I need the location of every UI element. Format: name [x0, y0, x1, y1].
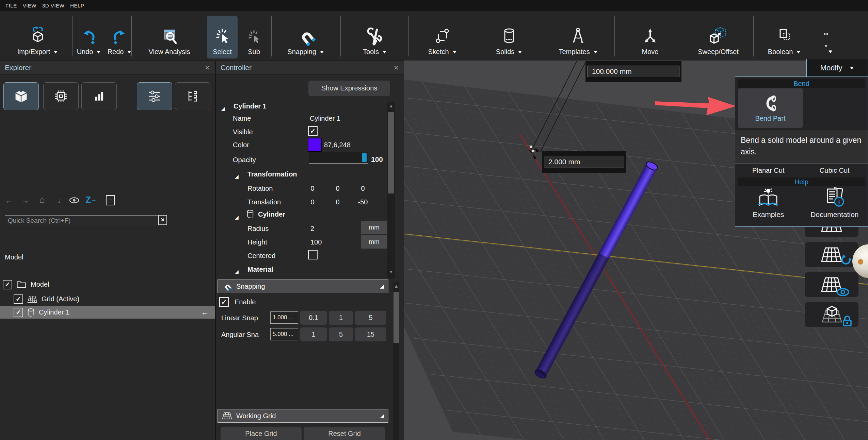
dropdown-caret-icon[interactable]: ▼: [451, 49, 457, 54]
radius-dimension-value[interactable]: 2.000 mm: [544, 156, 624, 168]
explorer-view-hierarchy[interactable]: [175, 82, 210, 110]
height-dimension-value[interactable]: 100.000 mm: [588, 66, 679, 77]
explorer-tab-analysis[interactable]: [81, 82, 117, 110]
explorer-tab-model[interactable]: [3, 82, 39, 110]
checkbox-checked[interactable]: ✓: [3, 280, 12, 289]
tree-row-cylinder-selected[interactable]: ✓ Cylinder 1 ←: [0, 306, 215, 319]
collapse-icon[interactable]: ◢: [380, 413, 384, 419]
bend-part-button[interactable]: Bend Part: [738, 88, 803, 128]
ribbon-solids-button[interactable]: Solids▼: [479, 13, 539, 58]
dropdown-caret-icon[interactable]: ▼: [592, 49, 598, 54]
scroll-down-icon[interactable]: ▼: [387, 269, 395, 274]
menu-3d-view[interactable]: 3D VIEW: [42, 3, 64, 9]
reset-grid-button[interactable]: Reset Grid: [304, 427, 385, 440]
scrollbar-thumb[interactable]: [393, 292, 399, 343]
angular-preset-15[interactable]: 15: [355, 327, 386, 341]
ribbon-move-button[interactable]: Move: [623, 13, 677, 58]
linear-preset-5[interactable]: 5: [355, 311, 386, 325]
snapping-enable-checkbox[interactable]: ✓: [219, 297, 229, 307]
zoom-to-icon[interactable]: Z→: [86, 194, 97, 205]
angular-preset-5[interactable]: 5: [329, 327, 353, 341]
checkbox-checked[interactable]: ✓: [14, 294, 23, 304]
nav-forward-icon[interactable]: →: [20, 195, 31, 205]
linear-preset-1[interactable]: 1: [329, 311, 353, 325]
centered-checkbox-unchecked[interactable]: [308, 250, 318, 259]
ribbon-templates-button[interactable]: Templates▼: [547, 13, 610, 58]
dropdown-caret-icon[interactable]: ▼: [319, 49, 325, 54]
close-icon[interactable]: ✕: [393, 64, 399, 72]
rotation-z[interactable]: 0: [352, 185, 374, 192]
ribbon-view-analysis-button[interactable]: View Analysis: [136, 13, 203, 58]
checkbox-checked[interactable]: ✓: [14, 308, 23, 317]
dropdown-caret-icon[interactable]: ▼: [126, 49, 132, 54]
menu-view[interactable]: VIEW: [23, 3, 36, 9]
nav-back-icon[interactable]: ←: [3, 195, 14, 205]
ribbon-sweep-offset-button[interactable]: Sweep/Offset: [687, 13, 750, 58]
snapping-section-header[interactable]: Snapping ◢: [218, 280, 388, 293]
visibility-eye-icon[interactable]: [69, 195, 80, 205]
expander-icon[interactable]: ◢: [235, 174, 239, 179]
dropdown-caret-icon[interactable]: ▼: [795, 49, 802, 54]
documentation-button[interactable]: i Documentation: [802, 187, 868, 219]
nav-down-icon[interactable]: ↓: [54, 195, 65, 205]
linear-snap-input[interactable]: 1.000 ...: [270, 311, 298, 324]
expander-icon[interactable]: ◢: [221, 106, 225, 111]
ribbon-imp-export-button[interactable]: Imp/Export▼: [6, 13, 69, 58]
planar-cut-button[interactable]: Planar Cut: [735, 167, 802, 174]
working-grid-section-header[interactable]: Working Grid ◢: [218, 409, 388, 423]
grid-visibility-button[interactable]: [805, 272, 858, 297]
modify-dropdown-button[interactable]: Modify ▼: [806, 59, 868, 77]
cylinder-model[interactable]: [534, 160, 659, 380]
ribbon-sub-button[interactable]: Sub: [239, 13, 269, 58]
cubic-cut-button[interactable]: Cubic Cut: [802, 167, 868, 174]
ribbon-boolean-button[interactable]: Boolean▼: [755, 13, 814, 58]
grid-lock-button[interactable]: [805, 302, 858, 327]
linear-preset-0.1[interactable]: 0.1: [300, 311, 327, 325]
translation-y[interactable]: 0: [327, 198, 349, 206]
collapse-icon[interactable]: ◢: [380, 283, 384, 289]
close-icon[interactable]: ✕: [205, 64, 210, 72]
clear-search-icon[interactable]: ✕: [158, 215, 167, 225]
expander-icon[interactable]: ◢: [235, 215, 239, 220]
translation-x[interactable]: 0: [302, 198, 323, 206]
grid-reset-view-button[interactable]: [805, 242, 858, 267]
height-value[interactable]: 100: [310, 238, 322, 246]
ribbon-snapping-button[interactable]: Snapping▼: [275, 13, 336, 58]
opacity-slider[interactable]: [309, 152, 368, 164]
ribbon-select-button[interactable]: Select: [207, 16, 238, 58]
visible-checkbox-checked[interactable]: ✓: [308, 126, 318, 136]
dropdown-caret-icon[interactable]: ▼: [96, 49, 102, 54]
translation-z[interactable]: -50: [352, 198, 374, 206]
radius-dimension-callout[interactable]: 2.000 mm: [542, 151, 626, 173]
scrollbar-thumb[interactable]: [388, 112, 394, 193]
ribbon-redo-button[interactable]: Redo▼: [103, 13, 136, 58]
radius-value[interactable]: 2: [310, 225, 314, 233]
examples-button[interactable]: Examples: [735, 187, 802, 219]
menu-file[interactable]: FILE: [5, 3, 17, 9]
dropdown-caret-icon[interactable]: ▼: [827, 49, 833, 54]
quick-search-input[interactable]: [5, 215, 159, 226]
dropdown-caret-icon[interactable]: ▼: [517, 49, 523, 54]
name-value[interactable]: Cylinder 1: [310, 115, 340, 122]
rotation-x[interactable]: 0: [302, 185, 323, 192]
ribbon-sketch-button[interactable]: Sketch▼: [413, 13, 472, 58]
scroll-up-icon[interactable]: ▲: [387, 103, 395, 108]
menu-help[interactable]: HELP: [70, 3, 84, 9]
dropdown-caret-icon[interactable]: ▼: [381, 49, 387, 54]
radius-unit[interactable]: mm: [361, 221, 387, 234]
height-unit[interactable]: mm: [361, 235, 387, 249]
ribbon-tools-button[interactable]: Tools▼: [344, 13, 405, 58]
collapse-all-icon[interactable]: −: [105, 195, 116, 205]
rotation-y[interactable]: 0: [327, 185, 349, 192]
ribbon-undo-button[interactable]: Undo▼: [73, 13, 105, 58]
home-icon[interactable]: ⌂: [37, 194, 48, 205]
height-dimension-callout[interactable]: 100.000 mm: [585, 61, 681, 82]
place-grid-button[interactable]: Place Grid: [221, 427, 302, 440]
explorer-tab-electronics[interactable]: [43, 82, 79, 110]
slider-handle[interactable]: [362, 153, 367, 162]
tree-row-grid[interactable]: ✓ Grid (Active): [0, 293, 228, 305]
color-swatch[interactable]: [308, 138, 322, 152]
scroll-up-icon[interactable]: ▲: [392, 283, 400, 289]
dropdown-caret-icon[interactable]: ▼: [53, 49, 59, 54]
show-expressions-button[interactable]: Show Expressions: [308, 81, 390, 96]
